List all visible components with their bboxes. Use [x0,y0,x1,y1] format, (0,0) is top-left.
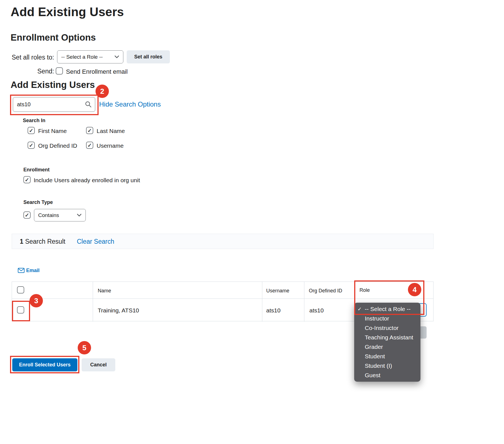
search-type-label: Search Type [23,199,53,205]
page-title: Add Existing Users [11,5,124,19]
menu-item-teaching-assistant[interactable]: Teaching Assistant [354,333,420,342]
row-name: Training, ATS10 [98,307,139,314]
annotation-badge-5: 5 [78,341,91,354]
first-name-label: First Name [38,128,67,134]
annotation-rect-search [10,95,99,115]
search-type-select[interactable]: Contains [34,209,86,221]
cancel-button[interactable]: Cancel [82,358,115,371]
annotation-badge-4: 4 [408,283,421,296]
annotation-rect-row-checkbox [12,301,30,321]
org-defined-id-checkbox[interactable] [28,142,35,149]
menu-item-grader[interactable]: Grader [354,342,420,352]
hide-search-options-link[interactable]: Hide Search Options [99,100,161,108]
enrollment-label: Enrollment [23,167,50,173]
table-divider [304,282,304,322]
clear-search-link[interactable]: Clear Search [77,238,114,245]
annotation-badge-3: 3 [30,294,43,307]
email-link[interactable]: Email [26,268,40,273]
search-result-count: 1 Search Result [20,238,65,245]
include-enrolled-users-label: Include Users already enrolled in org un… [34,177,140,184]
chevron-down-icon [77,214,82,217]
chevron-down-icon [114,55,119,58]
enrollment-options-heading: Enrollment Options [11,32,96,43]
send-label: Send: [37,68,54,75]
annotation-rect-enroll-button [10,356,79,373]
header-name: Name [98,288,111,294]
username-label: Username [97,142,124,149]
header-org-defined-id: Org Defined ID [309,288,342,294]
menu-item-student-i[interactable]: Student (I) [354,361,420,371]
row-username: ats10 [266,307,280,314]
table-divider [93,282,93,322]
org-defined-id-label: Org Defined ID [38,142,77,149]
search-results-bar: 1 Search Result Clear Search [12,234,434,249]
email-icon[interactable] [18,268,25,273]
header-username: Username [266,288,289,294]
search-type-checkbox[interactable] [23,211,31,219]
menu-item-student[interactable]: Student [354,352,420,361]
last-name-checkbox[interactable] [86,127,93,134]
select-all-checkbox[interactable] [17,286,24,293]
username-checkbox[interactable] [86,142,93,149]
search-in-label: Search In [23,118,45,124]
include-enrolled-users-checkbox[interactable] [23,176,31,183]
send-enrollment-email-label: Send Enrollment email [66,68,128,75]
add-existing-users-heading: Add Existing Users [11,80,95,90]
add-existing-users-page: Add Existing Users Enrollment Options Se… [0,0,504,444]
annotation-badge-2: 2 [96,85,109,98]
result-count-label: Search Result [25,238,65,245]
set-all-roles-button[interactable]: Set all roles [127,50,170,63]
menu-item-instructor[interactable]: Instructor [354,314,420,323]
search-type-select-value: Contains [38,212,59,218]
set-all-roles-label: Set all roles to: [12,54,54,61]
set-all-roles-select-value: -- Select a Role -- [61,54,103,60]
menu-item-guest[interactable]: Guest [354,371,420,380]
set-all-roles-select[interactable]: -- Select a Role -- [57,50,123,63]
menu-item-co-instructor[interactable]: Co-Instructor [354,323,420,333]
row-org-defined-id: ats10 [309,307,324,314]
table-divider [262,282,262,322]
last-name-label: Last Name [97,128,125,134]
send-enrollment-email-checkbox[interactable] [56,67,63,75]
first-name-checkbox[interactable] [28,127,35,134]
result-count-number: 1 [20,238,23,245]
